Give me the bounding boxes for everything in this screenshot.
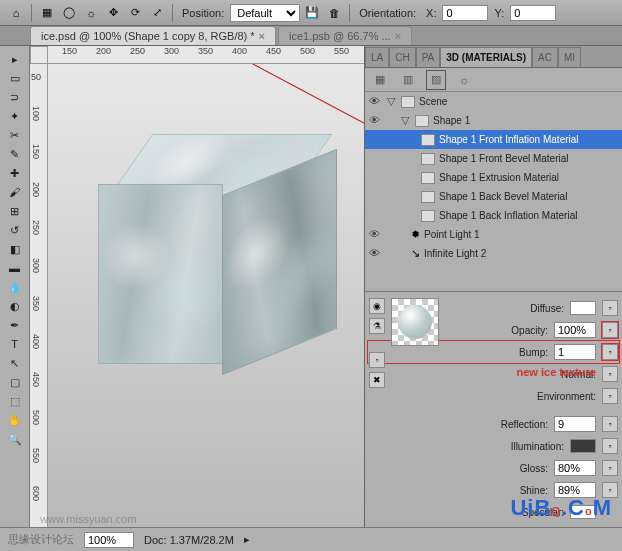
opacity-input[interactable] (554, 322, 596, 338)
collapse-icon[interactable]: ▽ (401, 114, 411, 127)
wand-tool[interactable]: ✦ (4, 107, 26, 125)
eyedropper-tool[interactable]: ✎ (4, 145, 26, 163)
visibility-icon[interactable] (369, 171, 383, 185)
marquee-tool[interactable]: ▭ (4, 69, 26, 87)
tree-item-material[interactable]: Shape 1 Front Inflation Material (365, 130, 622, 149)
light-icon[interactable]: ☼ (81, 3, 101, 23)
tree-item-material[interactable]: Shape 1 Back Bevel Material (365, 187, 622, 206)
doc-tab-inactive[interactable]: ice1.psb @ 66.7% ... × (278, 26, 412, 45)
sphere-icon[interactable]: ◯ (59, 3, 79, 23)
filter-scene-icon[interactable]: ▦ (371, 71, 389, 89)
move-icon[interactable]: ✥ (103, 3, 123, 23)
tree-item-material[interactable]: Shape 1 Back Inflation Material (365, 206, 622, 225)
tree-item-shape[interactable]: 👁 ▽ Shape 1 (365, 111, 622, 130)
tab-ac[interactable]: AC (532, 47, 558, 67)
zoom-input[interactable] (84, 532, 134, 548)
material-icon (421, 210, 435, 222)
cube-icon[interactable]: ▦ (37, 3, 57, 23)
rotate-icon[interactable]: ⟳ (125, 3, 145, 23)
visibility-icon[interactable]: 👁 (369, 95, 383, 109)
visibility-icon[interactable] (369, 152, 383, 166)
tree-root[interactable]: 👁 ▽ Scene (365, 92, 622, 111)
hand-tool[interactable]: ✋ (4, 411, 26, 429)
crop-tool[interactable]: ✂ (4, 126, 26, 144)
y-input[interactable] (510, 5, 556, 21)
illumination-texture-button[interactable]: ▫ (602, 438, 618, 454)
history-tool[interactable]: ↺ (4, 221, 26, 239)
filter-mesh-icon[interactable]: ▥ (399, 71, 417, 89)
zoom-tool[interactable]: 🔍 (4, 430, 26, 448)
scale-icon[interactable]: ⤢ (147, 3, 167, 23)
point-light-icon: ✹ (411, 228, 420, 241)
canvas[interactable] (48, 64, 364, 527)
tab-ch[interactable]: CH (389, 47, 415, 67)
save-icon[interactable]: 💾 (302, 3, 322, 23)
visibility-icon[interactable]: 👁 (369, 114, 383, 128)
filter-light-icon[interactable]: ☼ (455, 71, 473, 89)
position-label: Position: (182, 7, 224, 19)
close-icon[interactable]: × (395, 30, 401, 42)
shape-tool[interactable]: ▢ (4, 373, 26, 391)
position-select[interactable]: Default (230, 4, 300, 22)
material-icon (421, 172, 435, 184)
visibility-icon[interactable] (369, 133, 383, 147)
visibility-icon[interactable]: 👁 (369, 247, 383, 261)
ruler-vertical: 50 100 150 200 250 300 350 400 450 500 5… (30, 64, 48, 527)
material-preview[interactable] (391, 298, 439, 346)
path-tool[interactable]: ↖ (4, 354, 26, 372)
main-area: ▸ ▭ ⊃ ✦ ✂ ✎ ✚ 🖌 ⊞ ↺ ◧ ▬ 💧 ◐ ✒ T ↖ ▢ ⬚ ✋ … (0, 46, 622, 527)
ruler-horizontal: 150 200 250 300 350 400 450 500 550 600 (48, 46, 364, 64)
blur-tool[interactable]: 💧 (4, 278, 26, 296)
tab-la[interactable]: LA (365, 47, 389, 67)
diffuse-texture-button[interactable]: ▫ (602, 300, 618, 316)
new-material-icon[interactable]: ▫ (369, 352, 385, 368)
visibility-icon[interactable]: 👁 (369, 228, 383, 242)
gloss-label: Gloss: (520, 463, 548, 474)
doc-tab-label: ice1.psb @ 66.7% ... (289, 30, 391, 42)
move-tool[interactable]: ▸ (4, 50, 26, 68)
tab-3d-materials[interactable]: 3D (MATERIALS) (440, 47, 532, 67)
opacity-texture-button[interactable]: ▫ (602, 322, 618, 338)
normal-texture-button[interactable]: ▫ (602, 366, 618, 382)
gloss-input[interactable] (554, 460, 596, 476)
bump-texture-button[interactable]: ▫ (602, 344, 618, 360)
reflection-input[interactable] (554, 416, 596, 432)
lasso-tool[interactable]: ⊃ (4, 88, 26, 106)
collapse-icon[interactable]: ▽ (387, 95, 397, 108)
stamp-tool[interactable]: ⊞ (4, 202, 26, 220)
3d-tool[interactable]: ⬚ (4, 392, 26, 410)
tree-item-light[interactable]: 👁 ✹ Point Light 1 (365, 225, 622, 244)
tree-item-light[interactable]: 👁 ↘ Infinite Light 2 (365, 244, 622, 263)
bump-input[interactable] (554, 344, 596, 360)
pen-tool[interactable]: ✒ (4, 316, 26, 334)
environment-texture-button[interactable]: ▫ (602, 388, 618, 404)
doc-info-chevron-icon[interactable]: ▸ (244, 533, 250, 546)
x-input[interactable] (442, 5, 488, 21)
gloss-texture-button[interactable]: ▫ (602, 460, 618, 476)
brush-tool[interactable]: 🖌 (4, 183, 26, 201)
tree-item-material[interactable]: Shape 1 Front Bevel Material (365, 149, 622, 168)
material-icon (421, 191, 435, 203)
visibility-icon[interactable] (369, 190, 383, 204)
tab-mi[interactable]: MI (558, 47, 581, 67)
home-icon[interactable]: ⌂ (6, 3, 26, 23)
doc-tab-active[interactable]: ice.psd @ 100% (Shape 1 copy 8, RGB/8) *… (30, 26, 276, 45)
delete-material-icon[interactable]: ✖ (369, 372, 385, 388)
filter-material-icon[interactable]: ▨ (427, 71, 445, 89)
shine-label: Shine: (520, 485, 548, 496)
trash-icon[interactable]: 🗑 (324, 3, 344, 23)
reflection-texture-button[interactable]: ▫ (602, 416, 618, 432)
heal-tool[interactable]: ✚ (4, 164, 26, 182)
type-tool[interactable]: T (4, 335, 26, 353)
dodge-tool[interactable]: ◐ (4, 297, 26, 315)
gradient-tool[interactable]: ▬ (4, 259, 26, 277)
diffuse-swatch[interactable] (570, 301, 596, 315)
close-icon[interactable]: × (259, 30, 265, 42)
illumination-swatch[interactable] (570, 439, 596, 453)
tab-pa[interactable]: PA (416, 47, 441, 67)
material-picker-icon[interactable]: ◉ (369, 298, 385, 314)
tree-item-material[interactable]: Shape 1 Extrusion Material (365, 168, 622, 187)
eraser-tool[interactable]: ◧ (4, 240, 26, 258)
visibility-icon[interactable] (369, 209, 383, 223)
material-drop-icon[interactable]: ⚗ (369, 318, 385, 334)
